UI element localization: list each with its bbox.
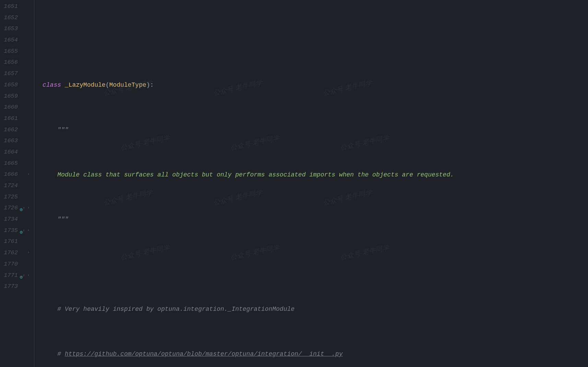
comment-line: # https://github.com/optuna/optuna/blob/… <box>43 348 588 360</box>
line-number[interactable]: 1666 <box>0 169 18 180</box>
line-number[interactable]: 1770 <box>0 259 18 270</box>
line-number[interactable]: 1724 <box>0 180 18 192</box>
docstring-quotes: """ <box>57 216 68 223</box>
line-number[interactable]: 1726 <box>0 203 18 214</box>
override-icon[interactable]: ◎ <box>19 204 24 210</box>
comment-line: # Very heavily inspired by optuna.integr… <box>43 304 588 315</box>
fold-column: ››››› <box>25 0 32 292</box>
fold-toggle-icon[interactable]: › <box>26 205 31 210</box>
line-number[interactable]: 1663 <box>0 135 18 147</box>
line-number[interactable]: 1725 <box>0 192 18 203</box>
line-number[interactable]: 1664 <box>0 147 18 158</box>
line-numbers-column: 1651165216531654165516561657165816591660… <box>0 0 18 292</box>
override-icon[interactable]: ◎ <box>19 227 24 232</box>
blank-line <box>43 259 588 270</box>
line-number[interactable]: 1654 <box>0 35 18 46</box>
code-area[interactable]: class _LazyModule(ModuleType): """ Modul… <box>34 0 588 367</box>
docstring-quotes: """ <box>57 126 68 133</box>
docstring-body: Module class that surfaces all objects b… <box>43 169 588 181</box>
line-number[interactable]: 1653 <box>0 23 18 35</box>
fold-toggle-icon[interactable]: › <box>26 273 31 278</box>
watermark: 公众号·老牛同学 <box>322 187 373 208</box>
line-number[interactable]: 1662 <box>0 124 18 136</box>
line-number[interactable]: 1651 <box>0 1 18 12</box>
blank-line <box>43 35 588 46</box>
override-icon[interactable]: ◎ <box>19 272 24 277</box>
line-number[interactable]: 1652 <box>0 12 18 24</box>
fold-toggle-icon[interactable]: › <box>26 172 31 176</box>
code-editor[interactable]: 1651165216531654165516561657165816591660… <box>0 0 588 367</box>
fold-toggle-icon[interactable]: › <box>26 250 31 255</box>
keyword-class: class <box>43 82 61 88</box>
line-number[interactable]: 1661 <box>0 113 18 124</box>
line-number[interactable]: 1656 <box>0 57 18 68</box>
line-number[interactable]: 1735 <box>0 225 18 236</box>
comment-hash: # <box>57 351 65 357</box>
line-number[interactable]: 1658 <box>0 79 18 91</box>
gutter: 1651165216531654165516561657165816591660… <box>0 0 34 367</box>
line-number[interactable]: 1771 <box>0 270 18 281</box>
line-number[interactable]: 1761 <box>0 236 18 247</box>
base-class: ModuleType <box>109 82 146 88</box>
line-number[interactable]: 1655 <box>0 46 18 57</box>
line-number[interactable]: 1659 <box>0 91 18 102</box>
docstring-text: Module class that surfaces all objects b… <box>57 171 454 178</box>
line-number[interactable]: 1773 <box>0 281 18 292</box>
comment-text: # Very heavily inspired by optuna.integr… <box>57 306 294 313</box>
watermark: 公众号·老牛同学 <box>102 187 153 208</box>
line-number[interactable]: 1762 <box>0 247 18 259</box>
line-number[interactable]: 1660 <box>0 102 18 113</box>
line-number[interactable]: 1657 <box>0 68 18 79</box>
watermark: 公众号·老牛同学 <box>212 187 263 208</box>
docstring-close: """ <box>43 214 588 225</box>
line-number[interactable]: 1734 <box>0 214 18 225</box>
class-name: _LazyModule <box>65 82 106 88</box>
docstring-open: """ <box>43 124 588 136</box>
fold-toggle-icon[interactable]: › <box>26 228 31 233</box>
class-def-line: class _LazyModule(ModuleType): <box>43 79 588 91</box>
comment-url[interactable]: https://github.com/optuna/optuna/blob/ma… <box>65 351 343 357</box>
gutter-icons-column: ◎◎◎ <box>18 0 25 292</box>
line-number[interactable]: 1665 <box>0 158 18 169</box>
